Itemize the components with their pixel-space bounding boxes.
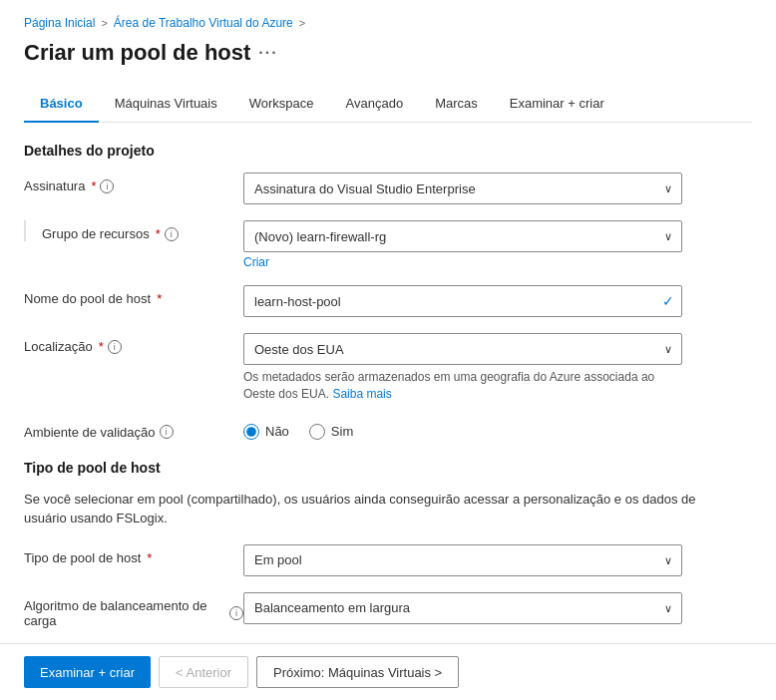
location-learn-more-link[interactable]: Saiba mais (332, 387, 391, 401)
resource-group-label: Grupo de recursos * i (24, 220, 243, 241)
page-title-container: Criar um pool de host ··· (24, 40, 752, 66)
validation-no-radio[interactable] (243, 424, 259, 440)
page-title-dots: ··· (258, 44, 277, 62)
host-pool-name-control: ✓ (243, 285, 682, 317)
review-create-button[interactable]: Examinar + criar (24, 656, 151, 688)
pool-type-label: Tipo de pool de host * (24, 544, 243, 565)
subscription-group: Assinatura * i Assinatura do Visual Stud… (24, 173, 752, 204)
algorithm-control: Balanceamento em largura (243, 592, 682, 624)
subscription-control: Assinatura do Visual Studio Enterprise (243, 173, 682, 204)
pool-type-required: * (147, 550, 152, 565)
host-pool-type-description: Se você selecionar em pool (compartilhad… (24, 490, 722, 528)
page-title: Criar um pool de host (24, 40, 250, 66)
tab-marcas[interactable]: Marcas (419, 86, 494, 123)
algorithm-group: Algoritmo de balanceamento de carga i Ba… (24, 592, 752, 628)
breadcrumb-workspace[interactable]: Área de Trabalho Virtual do Azure (114, 16, 293, 30)
tab-basico[interactable]: Básico (24, 86, 99, 123)
validation-label: Ambiente de validação i (24, 419, 243, 440)
validation-radio-group: Não Sim (243, 419, 682, 440)
subscription-select-wrapper: Assinatura do Visual Studio Enterprise (243, 173, 682, 204)
previous-button[interactable]: < Anterior (159, 656, 248, 688)
resource-group-select[interactable]: (Novo) learn-firewall-rg (243, 220, 682, 252)
algorithm-select[interactable]: Balanceamento em largura (243, 592, 682, 624)
tab-bar: Básico Máquinas Virtuais Workspace Avanç… (24, 86, 752, 123)
validation-control: Não Sim (243, 419, 682, 440)
create-resource-group-link[interactable]: Criar (243, 255, 682, 269)
location-label: Localização * i (24, 333, 243, 354)
validation-info-icon[interactable]: i (160, 425, 174, 439)
algorithm-label: Algoritmo de balanceamento de carga i (24, 592, 243, 628)
footer-bar: Examinar + criar < Anterior Próximo: Máq… (0, 643, 776, 700)
tab-workspace[interactable]: Workspace (233, 86, 330, 123)
breadcrumb: Página Inicial > Área de Trabalho Virtua… (24, 16, 752, 30)
subscription-info-icon[interactable]: i (100, 179, 114, 193)
validation-yes-option[interactable]: Sim (309, 424, 353, 440)
location-select[interactable]: Oeste dos EUA (243, 333, 682, 365)
location-note: Os metadados serão armazenados em uma ge… (243, 369, 682, 403)
validation-yes-label: Sim (331, 424, 353, 439)
host-pool-name-required: * (157, 291, 162, 306)
host-pool-type-title: Tipo de pool de host (24, 460, 752, 476)
validation-no-label: Não (265, 424, 289, 439)
host-pool-name-check-icon: ✓ (662, 293, 674, 309)
location-control: Oeste dos EUA Os metadados serão armazen… (243, 333, 682, 403)
resource-group-required: * (156, 226, 161, 241)
location-required: * (99, 339, 104, 354)
location-select-wrapper: Oeste dos EUA (243, 333, 682, 365)
validation-group: Ambiente de validação i Não Sim (24, 419, 752, 440)
resource-group-select-wrapper: (Novo) learn-firewall-rg (243, 220, 682, 252)
pool-type-select-wrapper: Em pool (243, 544, 682, 576)
project-details-title: Detalhes do projeto (24, 143, 752, 159)
subscription-select[interactable]: Assinatura do Visual Studio Enterprise (243, 173, 682, 204)
resource-group-info-icon[interactable]: i (165, 227, 179, 241)
breadcrumb-sep1: > (101, 17, 107, 29)
subscription-label: Assinatura * i (24, 173, 243, 193)
pool-type-control: Em pool (243, 544, 682, 576)
validation-no-option[interactable]: Não (243, 424, 289, 440)
tab-avancado[interactable]: Avançado (330, 86, 420, 123)
pool-type-group: Tipo de pool de host * Em pool (24, 544, 752, 576)
algorithm-info-icon[interactable]: i (229, 606, 243, 620)
breadcrumb-home[interactable]: Página Inicial (24, 16, 95, 30)
tab-examinar-criar[interactable]: Examinar + criar (494, 86, 620, 123)
host-pool-name-label: Nome do pool de host * (24, 285, 243, 306)
resource-group-group: Grupo de recursos * i (Novo) learn-firew… (24, 220, 752, 269)
next-button[interactable]: Próximo: Máquinas Virtuais > (256, 656, 459, 688)
tab-maquinas-virtuais[interactable]: Máquinas Virtuais (99, 86, 233, 123)
host-pool-name-input[interactable] (243, 285, 682, 317)
location-group: Localização * i Oeste dos EUA Os metadad… (24, 333, 752, 403)
subscription-required: * (91, 178, 96, 193)
location-info-icon[interactable]: i (108, 340, 122, 354)
pool-type-select[interactable]: Em pool (243, 544, 682, 576)
host-pool-name-input-wrapper: ✓ (243, 285, 682, 317)
resource-group-control: (Novo) learn-firewall-rg Criar (243, 220, 682, 269)
breadcrumb-sep2: > (299, 17, 305, 29)
host-pool-name-group: Nome do pool de host * ✓ (24, 285, 752, 317)
algorithm-select-wrapper: Balanceamento em largura (243, 592, 682, 624)
project-details-section: Detalhes do projeto Assinatura * i Assin… (24, 143, 752, 440)
validation-yes-radio[interactable] (309, 424, 325, 440)
